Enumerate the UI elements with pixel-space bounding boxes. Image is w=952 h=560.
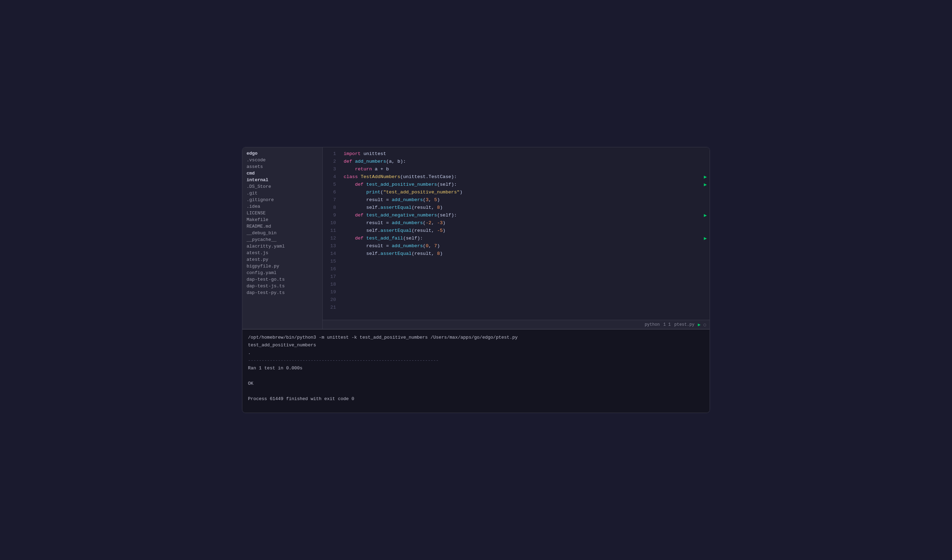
code-line-10: def test_add_positive_numbers(self):▶	[344, 181, 709, 188]
file-sidebar: edgo.vscodeassetscmdinternal.DS_Store.gi…	[243, 147, 323, 329]
run-controls: ▶ ◌	[698, 322, 706, 327]
code-line-4: def add_numbers(a, b):	[344, 158, 709, 165]
code-line-21: self.assertEqual(result, 8)	[344, 250, 709, 258]
sidebar-item-edgo[interactable]: edgo	[243, 150, 322, 157]
sidebar-item-dap-test-py-ts[interactable]: dap-test-py.ts	[243, 289, 322, 296]
sidebar-item-atest-py[interactable]: atest.py	[243, 256, 322, 263]
sidebar-item-README-md[interactable]: README.md	[243, 223, 322, 230]
code-line-8: class TestAddNumbers(unittest.TestCase):…	[344, 173, 709, 181]
code-line-20: result = add_numbers(0, 7)	[344, 242, 709, 250]
sidebar-item--gitignore[interactable]: .gitignore	[243, 197, 322, 203]
terminal: /opt/homebrew/bin/python3 -m unittest -k…	[243, 329, 709, 413]
terminal-line: .	[248, 349, 704, 357]
code-line-13: self.assertEqual(result, 8)	[344, 204, 709, 211]
terminal-line: test_add_positive_numbers	[248, 341, 704, 349]
code-line-17: self.assertEqual(result, -5)	[344, 227, 709, 234]
sidebar-item---debug-bin[interactable]: __debug_bin	[243, 230, 322, 236]
status-language: python	[645, 322, 660, 327]
code-line-16: result = add_numbers(-2, -3)	[344, 219, 709, 227]
terminal-line	[248, 387, 704, 395]
code-line-1: import unittest	[344, 150, 709, 158]
code-line-11: print("test_add_positive_numbers")	[344, 188, 709, 196]
sidebar-item-atest-js[interactable]: atest.js	[243, 250, 322, 256]
sidebar-item-dap-test-js-ts[interactable]: dap-test-js.ts	[243, 283, 322, 289]
line-numbers: 123456789101112131415161718192021	[323, 147, 340, 320]
sidebar-item-Makefile[interactable]: Makefile	[243, 216, 322, 223]
sidebar-item---pycache--[interactable]: __pycache__	[243, 236, 322, 243]
terminal-line	[248, 372, 704, 380]
sidebar-item--idea[interactable]: .idea	[243, 203, 322, 210]
code-line-5: return a + b	[344, 165, 709, 173]
terminal-line: Ran 1 test in 0.000s	[248, 364, 704, 372]
sidebar-item-internal[interactable]: internal	[243, 177, 322, 183]
inline-run-button-10[interactable]: ▶	[704, 181, 707, 188]
sidebar-item--git[interactable]: .git	[243, 190, 322, 197]
terminal-line: OK	[248, 380, 704, 387]
terminal-line: /opt/homebrew/bin/python3 -m unittest -k…	[248, 334, 704, 341]
terminal-line: Process 61449 finished with exit code 0	[248, 395, 704, 403]
code-lines: import unittestdef add_numbers(a, b): re…	[340, 147, 709, 320]
editor-area: edgo.vscodeassetscmdinternal.DS_Store.gi…	[243, 147, 709, 329]
terminal-line: ----------------------------------------…	[248, 357, 704, 364]
code-line-15: def test_add_negative_numbers(self):▶	[344, 211, 709, 219]
sidebar-item-assets[interactable]: assets	[243, 164, 322, 170]
status-bar: python 1 1 ptest.py ▶ ◌	[323, 320, 709, 329]
sidebar-item-bigpyfile-py[interactable]: bigpyfile.py	[243, 263, 322, 270]
run-button[interactable]: ▶	[698, 322, 700, 327]
clock-icon: ◌	[703, 322, 706, 327]
sidebar-item-alacritty-yaml[interactable]: alacritty.yaml	[243, 243, 322, 250]
sidebar-item--DS-Store[interactable]: .DS_Store	[243, 183, 322, 190]
inline-run-button-15[interactable]: ▶	[704, 211, 707, 219]
code-content: 123456789101112131415161718192021 import…	[323, 147, 709, 320]
sidebar-item--vscode[interactable]: .vscode	[243, 157, 322, 164]
sidebar-item-cmd[interactable]: cmd	[243, 170, 322, 177]
editor-window: edgo.vscodeassetscmdinternal.DS_Store.gi…	[242, 147, 710, 413]
status-filename: ptest.py	[674, 322, 695, 327]
sidebar-item-LICENSE[interactable]: LICENSE	[243, 210, 322, 216]
code-line-12: result = add_numbers(3, 5)	[344, 196, 709, 204]
code-line-19: def test_add_fail(self):▶	[344, 234, 709, 242]
inline-run-button-8[interactable]: ▶	[704, 173, 707, 181]
inline-run-button-19[interactable]: ▶	[704, 234, 707, 242]
sidebar-item-config-yaml[interactable]: config.yaml	[243, 270, 322, 276]
code-pane: 123456789101112131415161718192021 import…	[323, 147, 709, 329]
status-position: 1 1	[663, 322, 671, 327]
sidebar-item-dap-test-go-ts[interactable]: dap-test-go.ts	[243, 276, 322, 283]
